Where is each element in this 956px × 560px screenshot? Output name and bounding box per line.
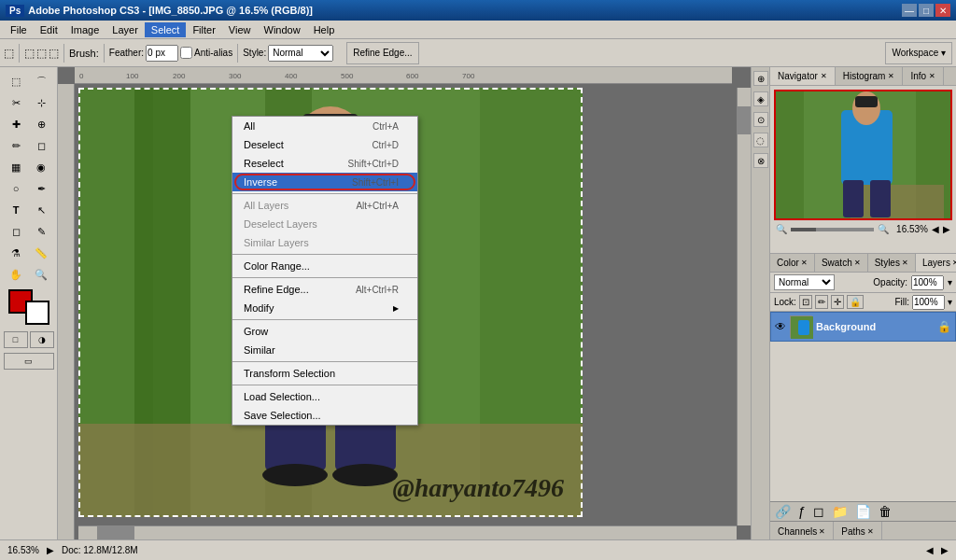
menu-window[interactable]: Window bbox=[258, 22, 307, 37]
eyedropper-tool[interactable]: ⚗ bbox=[4, 243, 28, 263]
zoom-tool[interactable]: 🔍 bbox=[29, 264, 53, 285]
scroll-thumb-v[interactable] bbox=[738, 106, 751, 134]
opacity-input[interactable] bbox=[911, 275, 944, 290]
menu-item-grow[interactable]: Grow bbox=[232, 322, 417, 341]
tab-navigator[interactable]: Navigator ✕ bbox=[770, 67, 836, 85]
notes-tool[interactable]: ✎ bbox=[29, 221, 53, 242]
zoom-out-icon[interactable]: 🔍 bbox=[776, 224, 787, 234]
add-group-icon[interactable]: 📁 bbox=[829, 504, 851, 519]
slice-tool[interactable]: ⊹ bbox=[29, 92, 53, 113]
heal-tool[interactable]: ✚ bbox=[4, 114, 28, 134]
menu-item-refine-edge[interactable]: Refine Edge... Alt+Ctrl+R bbox=[232, 280, 417, 299]
menu-item-deselect[interactable]: Deselect Ctrl+D bbox=[232, 135, 417, 154]
fill-input[interactable] bbox=[912, 295, 945, 310]
hand-tool[interactable]: ✋ bbox=[4, 264, 28, 285]
menu-item-color-range[interactable]: Color Range... bbox=[232, 257, 417, 275]
brush-tool[interactable]: ✏ bbox=[4, 135, 28, 156]
menu-item-similar-layers[interactable]: Similar Layers bbox=[232, 233, 417, 252]
right-icon-2[interactable]: ◈ bbox=[753, 91, 768, 106]
tab-info[interactable]: Info ✕ bbox=[903, 67, 944, 85]
eraser-tool[interactable]: ◻ bbox=[29, 135, 53, 156]
blur-tool[interactable]: ◉ bbox=[29, 157, 53, 177]
tab-swatch[interactable]: Swatch ✕ bbox=[815, 254, 868, 272]
right-icon-1[interactable]: ⊕ bbox=[753, 71, 768, 86]
new-layer-icon[interactable]: 📄 bbox=[852, 504, 874, 519]
menu-image[interactable]: Image bbox=[64, 22, 106, 37]
minimize-button[interactable]: — bbox=[902, 4, 917, 17]
menu-help[interactable]: Help bbox=[307, 22, 342, 37]
nav-arrow-right[interactable]: ▶ bbox=[943, 224, 950, 234]
feather-input[interactable] bbox=[146, 45, 178, 62]
menu-item-all-layers[interactable]: All Layers Alt+Ctrl+A bbox=[232, 196, 417, 215]
add-style-icon[interactable]: ƒ bbox=[795, 504, 808, 519]
anti-alias-check[interactable] bbox=[180, 47, 192, 59]
menu-filter[interactable]: Filter bbox=[186, 22, 221, 37]
close-button[interactable]: ✕ bbox=[935, 4, 950, 17]
background-color[interactable] bbox=[25, 301, 49, 325]
lock-image-icon[interactable]: ✏ bbox=[815, 295, 828, 309]
menu-item-transform-selection[interactable]: Transform Selection bbox=[232, 364, 417, 383]
fill-chevron[interactable]: ▾ bbox=[948, 297, 952, 307]
blend-mode-select[interactable]: Normal bbox=[774, 274, 835, 290]
menu-item-load-selection[interactable]: Load Selection... bbox=[232, 387, 417, 406]
tab-histogram[interactable]: Histogram ✕ bbox=[836, 67, 904, 85]
opacity-chevron[interactable]: ▾ bbox=[948, 277, 952, 287]
measure-tool[interactable]: 📏 bbox=[29, 243, 53, 263]
menu-item-all[interactable]: All Ctrl+A bbox=[232, 117, 417, 135]
workspace-button[interactable]: Workspace ▾ bbox=[885, 42, 952, 64]
right-icon-4[interactable]: ◌ bbox=[753, 133, 768, 147]
pen-tool[interactable]: ✒ bbox=[29, 178, 53, 199]
menu-select[interactable]: Select bbox=[145, 22, 187, 37]
zoom-slider[interactable] bbox=[791, 228, 874, 231]
refine-edge-button[interactable]: Refine Edge... bbox=[346, 42, 418, 64]
tab-styles[interactable]: Styles ✕ bbox=[868, 254, 916, 272]
delete-layer-icon[interactable]: 🗑 bbox=[876, 504, 894, 519]
status-arrow[interactable]: ▶ bbox=[47, 545, 54, 555]
menu-file[interactable]: File bbox=[4, 22, 34, 37]
type-tool[interactable]: T bbox=[4, 200, 28, 220]
screen-mode[interactable]: ▭ bbox=[4, 353, 54, 370]
add-mask-icon[interactable]: ◻ bbox=[810, 504, 827, 519]
menu-layer[interactable]: Layer bbox=[105, 22, 145, 37]
link-layers-icon[interactable]: 🔗 bbox=[772, 504, 794, 519]
quickmask-mode[interactable]: ◑ bbox=[30, 331, 54, 348]
layer-visibility-eye[interactable]: 👁 bbox=[775, 320, 786, 333]
path-select-tool[interactable]: ↖ bbox=[29, 200, 53, 220]
style-select[interactable]: Normal bbox=[268, 45, 333, 62]
standard-mode[interactable]: □ bbox=[4, 331, 28, 348]
lock-transparent-icon[interactable]: ⊡ bbox=[799, 295, 812, 309]
nav-arrow-left[interactable]: ◀ bbox=[932, 224, 939, 234]
crop-tool[interactable]: ✂ bbox=[4, 92, 28, 113]
scrollbar-vertical[interactable] bbox=[737, 88, 751, 525]
shape-tool[interactable]: ◻ bbox=[4, 221, 28, 242]
menu-item-reselect[interactable]: Reselect Shift+Ctrl+D bbox=[232, 154, 417, 173]
menu-item-similar[interactable]: Similar bbox=[232, 341, 417, 359]
dodge-tool[interactable]: ○ bbox=[4, 178, 28, 199]
menu-item-modify[interactable]: Modify ▶ bbox=[232, 299, 417, 317]
lock-position-icon[interactable]: ✛ bbox=[831, 295, 844, 309]
tab-channels[interactable]: Channels ✕ bbox=[770, 522, 834, 540]
svg-point-21 bbox=[332, 464, 398, 486]
tab-paths[interactable]: Paths ✕ bbox=[834, 522, 882, 540]
scrollbar-horizontal[interactable] bbox=[78, 525, 737, 539]
menu-edit[interactable]: Edit bbox=[34, 22, 64, 37]
menu-item-deselect-layers[interactable]: Deselect Layers bbox=[232, 215, 417, 233]
status-scroll-right[interactable]: ▶ bbox=[941, 545, 949, 555]
layer-background[interactable]: 👁 Background 🔒 bbox=[770, 312, 956, 342]
menu-view[interactable]: View bbox=[222, 22, 258, 37]
stamp-tool[interactable]: ⊕ bbox=[29, 114, 53, 134]
right-icon-5[interactable]: ⊗ bbox=[753, 153, 768, 168]
right-icon-3[interactable]: ⊙ bbox=[753, 112, 768, 127]
lock-all-icon[interactable]: 🔒 bbox=[847, 295, 864, 309]
marquee-tool[interactable]: ⬚ bbox=[4, 71, 28, 91]
tab-layers[interactable]: Layers ✕ bbox=[916, 254, 956, 272]
gradient-tool[interactable]: ▦ bbox=[4, 157, 28, 177]
tab-color[interactable]: Color ✕ bbox=[770, 254, 815, 272]
scroll-thumb-h[interactable] bbox=[97, 526, 134, 539]
lasso-tool[interactable]: ⌒ bbox=[29, 71, 53, 91]
status-scroll-left[interactable]: ◀ bbox=[926, 545, 934, 555]
zoom-in-icon[interactable]: 🔍 bbox=[878, 224, 889, 234]
menu-item-inverse[interactable]: Inverse Shift+Ctrl+I bbox=[232, 173, 417, 191]
menu-item-save-selection[interactable]: Save Selection... bbox=[232, 406, 417, 425]
maximize-button[interactable]: □ bbox=[919, 4, 934, 17]
